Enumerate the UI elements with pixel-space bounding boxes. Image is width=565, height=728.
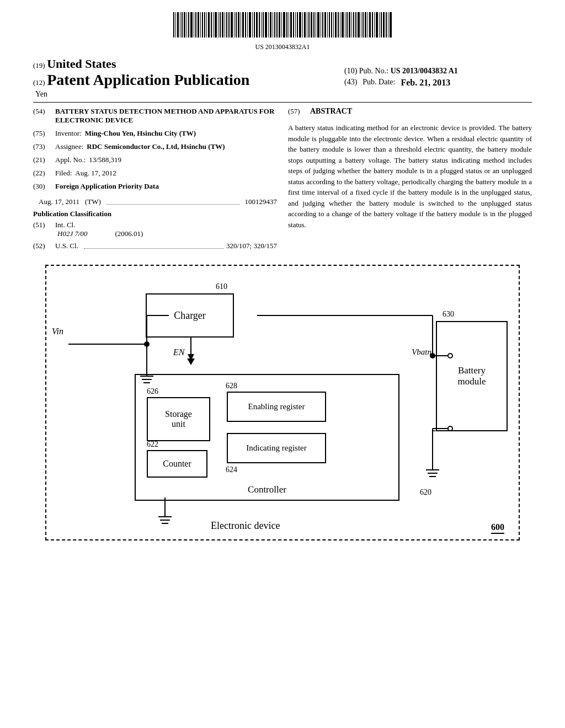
svg-rect-62	[311, 12, 312, 38]
svg-point-99	[144, 341, 150, 347]
svg-rect-75	[340, 12, 340, 38]
plus-symbol: +	[431, 351, 436, 361]
us-cl-num: (52)	[33, 242, 55, 250]
pub-num-value: US 2013/0043832 A1	[391, 67, 458, 75]
patent-number-line: US 20130043832A1	[33, 43, 532, 51]
foreign-data-row: Aug. 17, 2011 (TW) 100129437	[33, 197, 277, 206]
foreign-priority-row: (30) Foreign Application Priority Data	[33, 182, 277, 193]
svg-rect-21	[218, 12, 218, 38]
type-num: (12)	[33, 78, 45, 87]
svg-rect-10	[194, 12, 194, 38]
electronic-device-label: Electronic device	[211, 520, 280, 532]
vin-label: Vin	[52, 326, 63, 336]
pub-class-label: Publication Classification	[33, 210, 277, 218]
indicating-label: Indicating register	[246, 443, 307, 453]
pub-number-line: (10) Pub. No.: US 2013/0043832 A1	[344, 67, 532, 76]
svg-rect-34	[247, 12, 248, 38]
svg-rect-95	[386, 12, 387, 38]
svg-rect-3	[177, 12, 179, 38]
type-row: (12) Patent Application Publication	[33, 71, 344, 89]
svg-rect-97	[390, 12, 392, 38]
country-row: (19) United States	[33, 57, 344, 71]
svg-rect-58	[302, 12, 303, 38]
country-name: United States	[47, 57, 116, 71]
assignee-label: Assignee:	[55, 142, 83, 151]
svg-rect-29	[236, 12, 237, 38]
svg-rect-31	[241, 12, 241, 38]
svg-rect-39	[259, 12, 260, 38]
header-divider	[33, 102, 532, 103]
inventor-name: Ming-Chou Yen, Hsinchu City (TW)	[85, 129, 196, 137]
pub-info-block: (10) Pub. No.: US 2013/0043832 A1 (43) P…	[344, 57, 532, 88]
left-column: (54) BATTERY STATUS DETECTION METHOD AND…	[33, 107, 277, 254]
int-cl-row: (51) Int. Cl. H02J 7/00 (2006.01)	[33, 221, 277, 238]
controller-label: Controller	[248, 484, 286, 495]
enabling-box: 628 Enabling register	[227, 392, 326, 422]
svg-rect-48	[279, 12, 280, 38]
svg-rect-71	[331, 12, 332, 38]
svg-rect-52	[289, 12, 289, 38]
storage-num: 626	[147, 387, 158, 396]
pub-date-value: Feb. 21, 2013	[401, 78, 450, 88]
appl-num: (21)	[33, 156, 55, 164]
svg-rect-68	[324, 12, 326, 38]
us-cl-row: (52) U.S. Cl. 320/107; 320/157	[33, 242, 277, 250]
svg-rect-79	[349, 12, 350, 38]
svg-rect-44	[270, 12, 271, 38]
svg-rect-16	[206, 12, 207, 38]
svg-rect-35	[249, 12, 251, 38]
svg-rect-30	[238, 12, 239, 38]
int-cl-code-row: H02J 7/00 (2006.01)	[55, 229, 143, 238]
assignee-num: (73)	[33, 142, 55, 151]
indicating-num: 624	[226, 465, 237, 474]
inventor-header: Yen	[35, 90, 344, 99]
svg-rect-85	[363, 12, 364, 38]
inventor-num: (75)	[33, 129, 55, 138]
svg-rect-64	[316, 12, 316, 38]
abstract-num-row: (57) ABSTRACT	[288, 107, 532, 119]
storage-label: Storage unit	[165, 409, 192, 429]
svg-rect-38	[256, 12, 258, 38]
svg-rect-43	[268, 12, 269, 38]
storage-box: 626 Storage unit	[147, 397, 210, 441]
svg-rect-67	[322, 12, 323, 38]
svg-rect-54	[293, 12, 294, 38]
svg-rect-96	[388, 12, 388, 38]
svg-rect-19	[213, 12, 214, 38]
pub-date-num: (43)	[344, 78, 357, 88]
svg-rect-12	[198, 12, 199, 38]
svg-rect-17	[208, 12, 210, 38]
svg-rect-50	[283, 12, 285, 38]
svg-rect-73	[335, 12, 337, 38]
en-label: EN	[173, 347, 184, 357]
inventor-row: (75) Inventor: Ming-Chou Yen, Hsinchu Ci…	[33, 129, 277, 138]
svg-rect-78	[347, 12, 348, 38]
charger-num: 610	[216, 282, 227, 291]
svg-rect-13	[200, 12, 201, 38]
page: // We'll just draw it inline after US 20…	[0, 0, 565, 728]
svg-rect-61	[308, 12, 310, 38]
filed-num: (22)	[33, 169, 55, 178]
foreign-country: (TW)	[85, 197, 101, 206]
battery-num: 630	[443, 310, 454, 319]
controller-box: Controller 620 626 Storage unit 622 Coun…	[135, 374, 399, 501]
svg-rect-23	[222, 12, 223, 38]
svg-rect-45	[273, 12, 273, 38]
svg-rect-9	[190, 12, 193, 38]
barcode-image: // We'll just draw it inline after	[172, 11, 393, 39]
charger-label: Charger	[174, 310, 206, 322]
svg-rect-80	[351, 12, 352, 38]
svg-rect-24	[225, 12, 225, 38]
counter-num: 622	[147, 440, 158, 449]
svg-rect-76	[342, 12, 344, 38]
svg-rect-81	[353, 12, 354, 38]
svg-rect-63	[313, 12, 315, 38]
diagram-section: Vin 610 Charger EN Vbatn + - 630 Battery…	[33, 265, 532, 540]
charger-box: 610 Charger	[146, 293, 234, 338]
assignee-value: RDC Semiconductor Co., Ltd, Hsinchu (TW)	[87, 142, 277, 151]
svg-rect-69	[327, 12, 328, 38]
svg-rect-90	[374, 12, 375, 38]
svg-rect-18	[211, 12, 212, 38]
foreign-date: Aug. 17, 2011	[39, 197, 79, 206]
svg-rect-77	[345, 12, 345, 38]
